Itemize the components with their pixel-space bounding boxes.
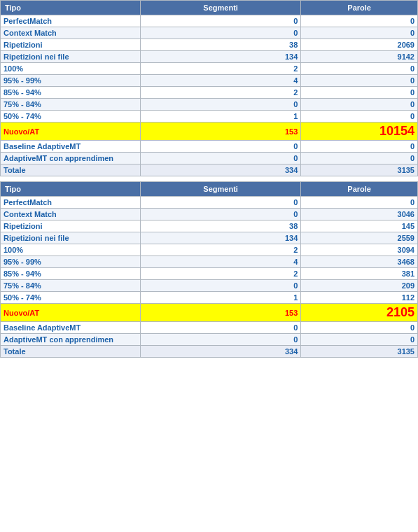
table-row: Ripetizioni382069 xyxy=(1,39,418,51)
table-row: 50% - 74%10 xyxy=(1,111,418,122)
table-row: Totale3343135 xyxy=(1,346,418,358)
cell-tipo: Nuovo/AT xyxy=(1,304,141,322)
table-row: Baseline AdaptiveMT00 xyxy=(1,322,418,334)
cell-tipo: 95% - 99% xyxy=(1,256,141,268)
cell-segmenti: 0 xyxy=(140,15,300,27)
cell-parole: 0 xyxy=(301,111,418,122)
cell-tipo: Context Match xyxy=(1,209,141,220)
table-row: Totale3343135 xyxy=(1,164,418,176)
table-row: Baseline AdaptiveMT00 xyxy=(1,141,418,153)
cell-parole: 3468 xyxy=(301,256,418,268)
cell-segmenti: 153 xyxy=(140,304,300,322)
table-row: 100%23094 xyxy=(1,244,418,256)
cell-tipo: 50% - 74% xyxy=(1,292,141,304)
table-row: Ripetizioni38145 xyxy=(1,220,418,232)
cell-tipo: 75% - 84% xyxy=(1,280,141,292)
table-row: Nuovo/AT15310154 xyxy=(1,122,418,141)
cell-parole: 112 xyxy=(301,292,418,304)
table-row: Nuovo/AT1532105 xyxy=(1,304,418,322)
col-header-parole-0: Parole xyxy=(301,1,418,15)
cell-tipo: PerfectMatch xyxy=(1,15,141,27)
col-header-parole-1: Parole xyxy=(301,182,418,197)
cell-parole: 0 xyxy=(301,75,418,87)
table-header-0: TipoSegmentiParole xyxy=(1,1,418,15)
cell-segmenti: 1 xyxy=(140,292,300,304)
cell-parole: 0 xyxy=(301,87,418,99)
cell-segmenti: 334 xyxy=(140,346,300,358)
cell-parole: 10154 xyxy=(301,122,418,141)
cell-parole: 0 xyxy=(301,99,418,111)
table-row: 85% - 94%20 xyxy=(1,87,418,99)
cell-parole: 381 xyxy=(301,268,418,280)
cell-tipo: 95% - 99% xyxy=(1,75,141,87)
cell-segmenti: 134 xyxy=(140,51,300,63)
cell-segmenti: 0 xyxy=(140,99,300,111)
cell-segmenti: 0 xyxy=(140,280,300,292)
table-row: 75% - 84%0209 xyxy=(1,280,418,292)
cell-parole: 3046 xyxy=(301,209,418,220)
cell-parole: 0 xyxy=(301,63,418,75)
cell-segmenti: 4 xyxy=(140,256,300,268)
table-row: PerfectMatch00 xyxy=(1,197,418,209)
cell-parole: 0 xyxy=(301,27,418,39)
cell-parole: 0 xyxy=(301,15,418,27)
table-row: 75% - 84%00 xyxy=(1,99,418,111)
cell-segmenti: 38 xyxy=(140,39,300,51)
col-header-tipo-1: Tipo xyxy=(1,182,141,197)
cell-segmenti: 2 xyxy=(140,268,300,280)
table-row: 100%20 xyxy=(1,63,418,75)
cell-parole: 3135 xyxy=(301,164,418,176)
cell-parole: 0 xyxy=(301,334,418,346)
col-header-segmenti-0: Segmenti xyxy=(140,1,300,15)
table-row: 95% - 99%40 xyxy=(1,75,418,87)
cell-tipo: Context Match xyxy=(1,27,141,39)
cell-tipo: Totale xyxy=(1,346,141,358)
cell-segmenti: 4 xyxy=(140,75,300,87)
table-row: PerfectMatch00 xyxy=(1,15,418,27)
cell-parole: 0 xyxy=(301,197,418,209)
cell-segmenti: 2 xyxy=(140,87,300,99)
col-header-tipo-0: Tipo xyxy=(1,1,141,15)
table-row: Context Match00 xyxy=(1,27,418,39)
cell-parole: 3094 xyxy=(301,244,418,256)
cell-tipo: 85% - 94% xyxy=(1,268,141,280)
cell-tipo: Baseline AdaptiveMT xyxy=(1,141,141,153)
cell-segmenti: 2 xyxy=(140,63,300,75)
cell-segmenti: 0 xyxy=(140,153,300,164)
cell-segmenti: 153 xyxy=(140,122,300,141)
cell-tipo: Nuovo/AT xyxy=(1,122,141,141)
cell-parole: 2105 xyxy=(301,304,418,322)
cell-parole: 0 xyxy=(301,141,418,153)
table-header-1: TipoSegmentiParole xyxy=(1,182,418,197)
cell-segmenti: 0 xyxy=(140,322,300,334)
cell-segmenti: 38 xyxy=(140,220,300,232)
cell-segmenti: 2 xyxy=(140,244,300,256)
table-row: 95% - 99%43468 xyxy=(1,256,418,268)
cell-parole: 2559 xyxy=(301,232,418,244)
cell-segmenti: 1 xyxy=(140,111,300,122)
cell-tipo: 100% xyxy=(1,63,141,75)
cell-segmenti: 0 xyxy=(140,141,300,153)
main-container: TipoSegmentiParolePerfectMatch00Context … xyxy=(0,0,418,358)
cell-parole: 9142 xyxy=(301,51,418,63)
cell-segmenti: 0 xyxy=(140,27,300,39)
table-row: AdaptiveMT con apprendimen00 xyxy=(1,334,418,346)
col-header-segmenti-1: Segmenti xyxy=(140,182,300,197)
cell-tipo: Ripetizioni xyxy=(1,220,141,232)
table-row: 50% - 74%1112 xyxy=(1,292,418,304)
cell-parole: 0 xyxy=(301,322,418,334)
cell-parole: 3135 xyxy=(301,346,418,358)
cell-tipo: Totale xyxy=(1,164,141,176)
table-row: Ripetizioni nei file1342559 xyxy=(1,232,418,244)
cell-tipo: Ripetizioni nei file xyxy=(1,232,141,244)
cell-tipo: Baseline AdaptiveMT xyxy=(1,322,141,334)
cell-parole: 209 xyxy=(301,280,418,292)
cell-segmenti: 0 xyxy=(140,334,300,346)
table-row: 85% - 94%2381 xyxy=(1,268,418,280)
cell-parole: 0 xyxy=(301,153,418,164)
table-row: Context Match03046 xyxy=(1,209,418,220)
cell-segmenti: 0 xyxy=(140,209,300,220)
cell-segmenti: 334 xyxy=(140,164,300,176)
cell-tipo: 85% - 94% xyxy=(1,87,141,99)
cell-tipo: AdaptiveMT con apprendimen xyxy=(1,334,141,346)
